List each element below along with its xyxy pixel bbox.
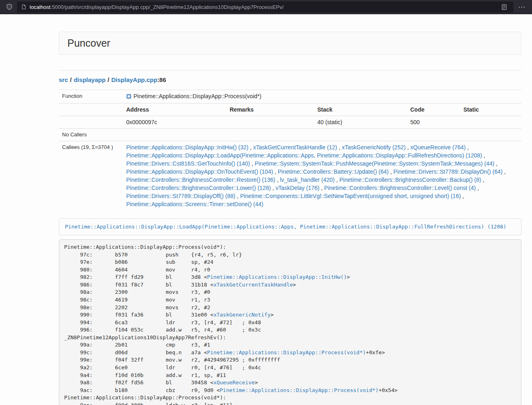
app-title: Puncover <box>67 37 110 49</box>
breadcrumb-separator: / <box>70 76 72 83</box>
app-header: Puncover <box>59 32 521 55</box>
function-type-icon <box>126 93 131 101</box>
function-table: Function Pinetime::Applications::Display… <box>59 90 521 210</box>
url-path: :5000/path/src/displayapp/DisplayApp.cpp… <box>50 4 284 10</box>
code-symbol-link[interactable]: Pinetime::Applications::DisplayApp::Proc… <box>207 349 366 355</box>
url-text: localhost:5000/path/src/displayapp/Displ… <box>30 4 284 10</box>
menu-icon[interactable]: ⋯ <box>516 3 528 11</box>
callee-link[interactable]: Pinetime::Drivers::Cst816S::GetTouchInfo… <box>126 160 250 167</box>
reader-mode-icon[interactable] <box>499 2 509 12</box>
callee-link[interactable]: Pinetime::Applications::DisplayApp::Load… <box>126 152 482 159</box>
callees-row: Callees (19, Σ=3704 ) Pinetime::Applicat… <box>59 141 521 211</box>
stack-value: 40 (static) <box>314 116 407 129</box>
code-value: 500 <box>407 116 460 129</box>
callee-link[interactable]: vTaskDelay (176) <box>276 185 319 191</box>
code-symbol-link[interactable]: xTaskGetCurrentTaskHandle <box>213 282 293 288</box>
callee-link[interactable]: Pinetime::Applications::DisplayApp::OnTo… <box>126 168 273 175</box>
column-header-remarks: Remarks <box>226 103 314 116</box>
callee-link[interactable]: Pinetime::Controllers::BrightnessControl… <box>126 185 271 191</box>
code-symbol-link[interactable]: Pinetime::Applications::DisplayApp::Init… <box>207 274 347 280</box>
no-callers-row: No Callers <box>59 129 521 141</box>
breadcrumb-line-number: :86 <box>157 76 166 83</box>
static-value <box>460 116 521 129</box>
column-header-stack: Stack <box>314 103 407 116</box>
divider <box>59 70 521 71</box>
callee-link[interactable]: lv_task_handler (420) <box>280 177 335 183</box>
highlighted-symbol-link[interactable]: Pinetime::Applications::DisplayApp::Load… <box>65 224 506 230</box>
callee-link[interactable]: Pinetime::Components::LittleVgl::SetNewT… <box>240 193 461 199</box>
spacer-cell <box>59 116 123 129</box>
breadcrumb-separator: / <box>108 76 109 83</box>
url-host: localhost <box>30 4 50 10</box>
remarks-value <box>226 116 314 129</box>
breadcrumb-link-file[interactable]: DisplayApp.cpp <box>111 76 157 83</box>
code-symbol-link[interactable]: Pinetime::Applications::DisplayApp::Proc… <box>220 387 379 393</box>
callees-label: Callees (19, Σ=3704 ) <box>59 141 123 211</box>
columns-header-row: Address Remarks Stack Code Static <box>59 103 521 116</box>
spacer-cell <box>59 103 123 116</box>
callee-link[interactable]: xTaskGenericNotify (252) <box>342 144 405 151</box>
callee-link[interactable]: Pinetime::Drivers::St7789::DisplayOn() (… <box>393 168 502 175</box>
function-row: Function Pinetime::Applications::Display… <box>59 90 521 103</box>
callees-list: Pinetime::Applications::DisplayApp::Init… <box>123 141 521 211</box>
column-header-address: Address <box>123 103 226 116</box>
column-header-code: Code <box>407 103 460 116</box>
values-row: 0x0000097c 40 (static) 500 <box>59 116 521 129</box>
function-row-label: Function <box>59 90 123 103</box>
address-value: 0x0000097c <box>123 116 226 129</box>
page-info-icon[interactable] <box>21 4 26 10</box>
callee-link[interactable]: Pinetime::Applications::Screens::Timer::… <box>126 201 263 207</box>
page-container: Puncover src/displayapp/DisplayApp.cpp:8… <box>59 32 521 405</box>
breadcrumb-link-displayapp[interactable]: displayapp <box>74 76 106 83</box>
code-symbol-link[interactable]: xQueueReceive <box>213 379 255 386</box>
highlighted-symbol-box: Pinetime::Applications::DisplayApp::Load… <box>59 218 521 235</box>
callee-link[interactable]: Pinetime::Controllers::BrightnessControl… <box>126 177 275 183</box>
no-callers-label: No Callers <box>59 129 123 141</box>
function-name: Pinetime::Applications::DisplayApp::Proc… <box>134 93 261 99</box>
column-header-static: Static <box>460 103 521 116</box>
shield-icon[interactable] <box>4 2 15 12</box>
breadcrumb-link-src[interactable]: src <box>59 76 68 83</box>
callee-link[interactable]: xTaskGetCurrentTaskHandle (12) <box>253 144 337 151</box>
function-name-cell: Pinetime::Applications::DisplayApp::Proc… <box>123 90 521 103</box>
callee-link[interactable]: Pinetime::Controllers::BrightnessControl… <box>324 185 476 191</box>
code-symbol-link[interactable]: xTaskGenericNotify <box>213 312 271 318</box>
url-bar[interactable]: localhost:5000/path/src/displayapp/Displ… <box>17 2 513 13</box>
callee-link[interactable]: Pinetime::Applications::DisplayApp::Init… <box>126 144 248 151</box>
breadcrumb: src/displayapp/DisplayApp.cpp:86 <box>59 76 521 84</box>
disassembly-code: Pinetime::Applications::DisplayApp::Proc… <box>59 239 521 405</box>
callee-link[interactable]: xQueueReceive (764) <box>410 144 465 151</box>
callee-link[interactable]: Pinetime::System::SystemTask::PushMessag… <box>255 160 495 167</box>
callee-link[interactable]: Pinetime::Drivers::St7789::DisplayOff() … <box>126 193 235 199</box>
browser-chrome: localhost:5000/path/src/displayapp/Displ… <box>0 0 532 14</box>
no-callers-cell <box>123 129 521 141</box>
callee-link[interactable]: Pinetime::Controllers::BrightnessControl… <box>339 177 481 183</box>
callee-link[interactable]: Pinetime::Controllers::Battery::Update()… <box>278 168 389 175</box>
